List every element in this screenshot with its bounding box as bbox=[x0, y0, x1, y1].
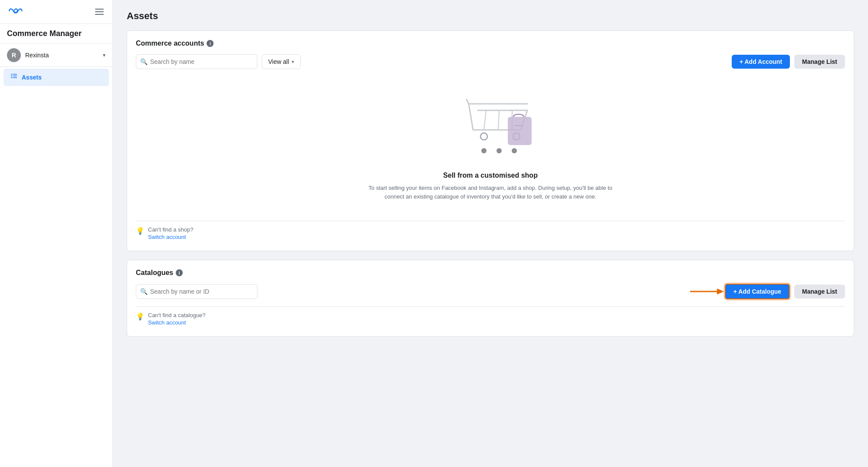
catalogues-info-icon[interactable]: i bbox=[176, 269, 183, 276]
catalogues-switch-account-link[interactable]: Switch account bbox=[148, 319, 206, 326]
catalogues-bulb-icon: 💡 bbox=[136, 312, 145, 321]
svg-point-13 bbox=[481, 148, 487, 153]
svg-rect-1 bbox=[13, 74, 17, 75]
app-title: Commerce Manager bbox=[0, 24, 112, 44]
commerce-cant-find: 💡 Can't find a shop? Switch account bbox=[136, 221, 845, 242]
catalogues-card: Catalogues i 🔍 + Add Catalogue Manage Li… bbox=[127, 260, 854, 337]
svg-rect-2 bbox=[11, 76, 13, 76]
assets-icon bbox=[10, 73, 17, 82]
orange-arrow-icon bbox=[690, 285, 725, 298]
catalogues-cant-find-text: Can't find a catalogue? bbox=[148, 312, 206, 318]
chevron-down-icon: ▾ bbox=[103, 52, 105, 58]
hamburger-button[interactable] bbox=[93, 7, 105, 17]
catalogues-search-icon: 🔍 bbox=[140, 288, 148, 295]
manage-list-button[interactable]: Manage List bbox=[794, 55, 845, 69]
page-title: Assets bbox=[127, 10, 854, 22]
main-content: Assets Commerce accounts i 🔍 View all ▾ … bbox=[113, 0, 868, 467]
commerce-switch-account-link[interactable]: Switch account bbox=[148, 234, 193, 240]
svg-marker-17 bbox=[717, 288, 724, 295]
svg-rect-11 bbox=[508, 117, 532, 145]
view-all-dropdown[interactable]: View all ▾ bbox=[262, 54, 301, 69]
sidebar-header bbox=[0, 0, 112, 24]
catalogues-cant-find: 💡 Can't find a catalogue? Switch account bbox=[136, 306, 845, 328]
arrow-annotation: + Add Catalogue bbox=[262, 284, 790, 299]
svg-point-15 bbox=[512, 148, 517, 153]
search-icon: 🔍 bbox=[140, 58, 148, 65]
catalogues-search-input[interactable] bbox=[136, 284, 257, 299]
svg-rect-0 bbox=[11, 74, 13, 75]
account-avatar: R bbox=[7, 48, 21, 62]
sidebar: Commerce Manager R Rexinsta ▾ Assets bbox=[0, 0, 113, 467]
sidebar-item-assets[interactable]: Assets bbox=[3, 69, 109, 86]
svg-line-6 bbox=[484, 110, 486, 130]
svg-line-7 bbox=[498, 110, 499, 130]
account-selector[interactable]: R Rexinsta ▾ bbox=[0, 44, 112, 67]
add-catalogue-button[interactable]: + Add Catalogue bbox=[725, 284, 790, 299]
commerce-cant-find-text: Can't find a shop? bbox=[148, 226, 193, 233]
svg-rect-5 bbox=[13, 77, 17, 78]
catalogues-title: Catalogues i bbox=[136, 269, 845, 277]
commerce-search-input[interactable] bbox=[136, 54, 257, 69]
shopping-cart-illustration bbox=[443, 86, 538, 165]
commerce-accounts-toolbar: 🔍 View all ▾ + Add Account Manage List bbox=[136, 54, 845, 69]
empty-state-description: To start selling your items on Facebook … bbox=[365, 184, 616, 201]
sidebar-item-assets-label: Assets bbox=[22, 74, 42, 81]
bulb-icon: 💡 bbox=[136, 227, 145, 235]
empty-state-title: Sell from a customised shop bbox=[443, 172, 538, 179]
catalogues-manage-list-button[interactable]: Manage List bbox=[794, 285, 845, 298]
commerce-accounts-empty-state: Sell from a customised shop To start sel… bbox=[136, 78, 845, 214]
commerce-accounts-info-icon[interactable]: i bbox=[207, 40, 214, 47]
commerce-accounts-title: Commerce accounts i bbox=[136, 40, 845, 47]
commerce-accounts-card: Commerce accounts i 🔍 View all ▾ + Add A… bbox=[127, 30, 854, 251]
meta-logo-icon bbox=[7, 6, 24, 17]
meta-logo bbox=[7, 6, 24, 17]
dropdown-caret-icon: ▾ bbox=[292, 59, 294, 65]
catalogues-toolbar: 🔍 + Add Catalogue Manage List bbox=[136, 284, 845, 299]
account-name: Rexinsta bbox=[25, 52, 99, 59]
add-account-button[interactable]: + Add Account bbox=[732, 55, 790, 69]
svg-point-14 bbox=[496, 148, 502, 153]
svg-rect-4 bbox=[11, 77, 13, 78]
svg-rect-3 bbox=[13, 76, 17, 76]
catalogues-search-wrap: 🔍 bbox=[136, 284, 257, 299]
svg-point-9 bbox=[480, 133, 487, 140]
commerce-search-wrap: 🔍 bbox=[136, 54, 257, 69]
